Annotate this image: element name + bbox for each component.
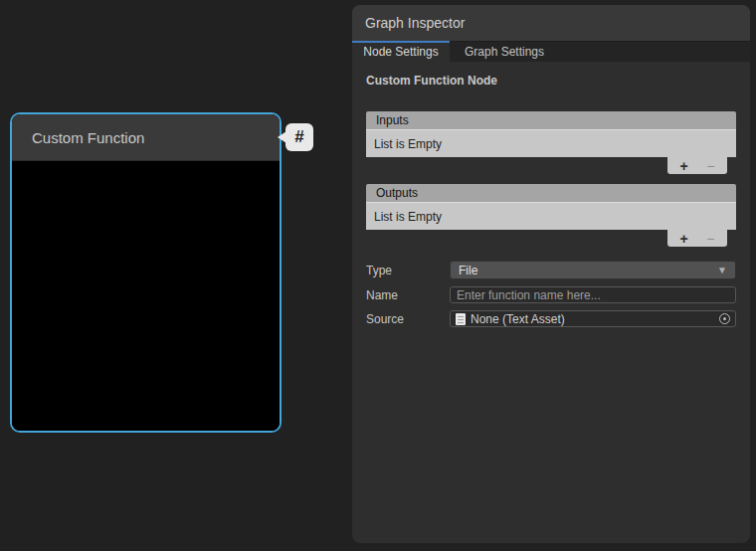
tab-node-settings-label: Node Settings xyxy=(363,45,438,59)
inspector-title: Graph Inspector xyxy=(365,15,465,31)
outputs-list-header-label: Outputs xyxy=(376,186,418,200)
outputs-list-empty-label: List is Empty xyxy=(374,210,442,224)
inspector-tabbar: Node Settings Graph Settings xyxy=(352,41,750,62)
node-preview-body xyxy=(12,161,280,431)
outputs-remove-button[interactable]: − xyxy=(700,232,720,246)
type-dropdown-value: File xyxy=(459,264,477,277)
object-picker-icon[interactable] xyxy=(719,313,730,324)
outputs-list-footer: + − xyxy=(366,230,736,247)
graph-inspector-panel: Graph Inspector Node Settings Graph Sett… xyxy=(352,5,750,543)
node-header[interactable]: Custom Function xyxy=(12,114,280,161)
custom-function-node[interactable]: Custom Function xyxy=(10,112,282,433)
inputs-list-empty-label: List is Empty xyxy=(374,137,442,151)
inputs-add-button[interactable]: + xyxy=(674,159,694,173)
tab-node-settings[interactable]: Node Settings xyxy=(352,41,450,62)
inputs-list-empty-row: List is Empty xyxy=(366,130,736,157)
source-row: Source None (Text Asset) xyxy=(366,310,736,327)
section-title: Custom Function Node xyxy=(366,74,736,88)
tab-graph-settings[interactable]: Graph Settings xyxy=(450,41,559,62)
outputs-list-empty-row: List is Empty xyxy=(366,203,736,230)
outputs-list: Outputs List is Empty + − xyxy=(366,184,736,247)
outputs-add-button[interactable]: + xyxy=(674,232,694,246)
inspector-titlebar[interactable]: Graph Inspector xyxy=(352,5,750,41)
active-tab-indicator xyxy=(352,41,450,43)
inputs-list-footer: + − xyxy=(366,157,736,174)
text-asset-icon xyxy=(456,313,466,325)
type-row: Type File ▼ xyxy=(366,261,736,279)
outputs-list-header: Outputs xyxy=(366,184,736,203)
inputs-list: Inputs List is Empty + − xyxy=(366,111,736,174)
node-title: Custom Function xyxy=(32,129,144,146)
inputs-list-footer-buttons: + − xyxy=(667,157,727,174)
inputs-list-header: Inputs xyxy=(366,111,736,130)
inputs-remove-button[interactable]: − xyxy=(700,159,720,173)
outputs-list-footer-buttons: + − xyxy=(667,230,727,247)
chevron-down-icon: ▼ xyxy=(717,265,727,276)
inputs-list-header-label: Inputs xyxy=(376,113,409,127)
function-name-input[interactable] xyxy=(450,286,736,303)
hash-badge[interactable]: # xyxy=(285,123,313,151)
name-label: Name xyxy=(366,288,450,302)
inspector-content: Custom Function Node Inputs List is Empt… xyxy=(352,74,750,327)
name-row: Name xyxy=(366,286,736,303)
type-label: Type xyxy=(366,264,450,277)
source-object-value: None (Text Asset) xyxy=(471,312,565,326)
source-label: Source xyxy=(366,312,450,326)
type-dropdown[interactable]: File ▼ xyxy=(450,261,736,279)
source-object-field[interactable]: None (Text Asset) xyxy=(450,310,736,327)
tab-graph-settings-label: Graph Settings xyxy=(465,45,544,59)
